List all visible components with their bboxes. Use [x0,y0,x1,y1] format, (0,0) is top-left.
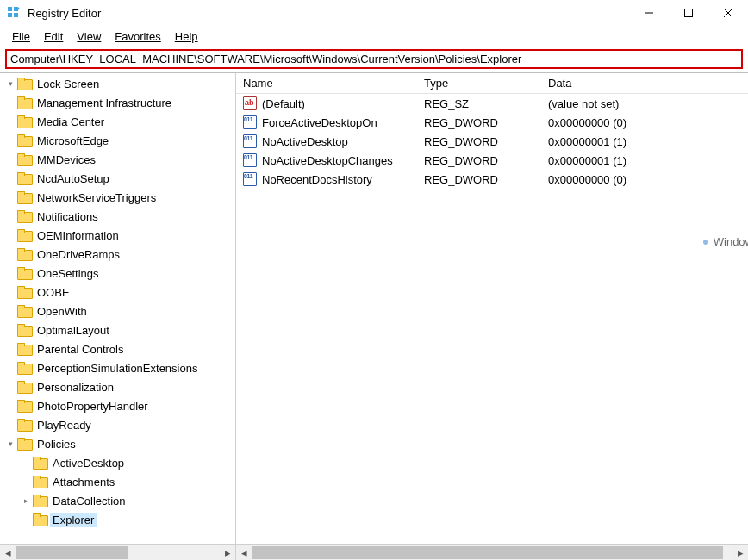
tree-item-label: OpenWith [34,304,90,319]
menu-file[interactable]: File [5,28,37,45]
window-title: Registry Editor [28,7,101,20]
tree-item[interactable]: ▸DataCollection [0,491,235,510]
tree-item[interactable]: Explorer [0,510,235,529]
tree-item[interactable]: PerceptionSimulationExtensions [0,358,235,377]
folder-icon [17,134,31,146]
tree-item[interactable]: Personalization [0,377,235,396]
tree-item[interactable]: ▾Lock Screen [0,74,235,93]
folder-icon [17,96,31,109]
tree-item-label: OptimalLayout [34,323,112,338]
tree-item-label: MMDevices [34,152,98,167]
tree-item[interactable]: ▾Policies [0,434,235,453]
scroll-thumb[interactable] [252,546,723,559]
col-header-name[interactable]: Name [236,77,417,90]
main-area: ▾Lock ScreenManagement InfrastructureMed… [0,72,748,560]
list-hscroll[interactable]: ◂ ▸ [236,544,748,560]
tree-item[interactable]: Parental Controls [0,339,235,358]
tree-item[interactable]: NcdAutoSetup [0,169,235,188]
menu-help[interactable]: Help [168,28,205,45]
value-type: REG_DWORD [417,154,541,167]
tree-item[interactable]: MicrosoftEdge [0,131,235,150]
address-bar-row [0,46,748,72]
dword-value-icon [243,134,257,148]
scroll-thumb[interactable] [16,546,128,559]
menu-view[interactable]: View [70,28,108,45]
tree-item-label: NcdAutoSetup [34,171,112,186]
tree-item-label: ActiveDesktop [50,456,127,470]
dword-value-icon [243,153,257,167]
tree-item[interactable]: OneSettings [0,264,235,283]
folder-icon [17,210,31,222]
tree-item-label: OOBE [34,285,72,300]
list-body[interactable]: (Default)REG_SZ(value not set)ForceActiv… [236,94,748,544]
scroll-left-button[interactable]: ◂ [236,545,252,560]
folder-icon [17,78,31,90]
list-row[interactable]: ForceActiveDesktopOnREG_DWORD0x00000000 … [236,113,748,132]
value-name: NoActiveDesktop [262,135,348,148]
folder-icon [17,229,31,241]
tree-item[interactable]: Management Infrastructure [0,93,235,112]
scroll-track[interactable] [252,545,732,560]
expander-icon[interactable]: ▾ [5,79,16,88]
folder-icon [17,286,31,298]
close-button[interactable] [708,0,748,26]
scroll-right-button[interactable]: ▸ [732,545,748,560]
folder-icon [33,457,47,469]
tree-item-label: MicrosoftEdge [34,134,111,148]
menu-favorites[interactable]: Favorites [108,28,167,45]
tree-item[interactable]: OptimalLayout [0,320,235,339]
value-type: REG_DWORD [417,116,541,129]
list-row[interactable]: NoActiveDesktopChangesREG_DWORD0x0000000… [236,151,748,170]
dword-value-icon [243,115,257,129]
expander-icon[interactable]: ▸ [21,496,31,505]
col-header-type[interactable]: Type [417,77,541,90]
folder-icon [17,381,31,393]
tree-item[interactable]: MMDevices [0,150,235,169]
tree-item-label: NetworkServiceTriggers [34,190,159,205]
folder-icon [17,324,31,336]
list-row[interactable]: NoRecentDocsHistoryREG_DWORD0x00000000 (… [236,170,748,189]
tree[interactable]: ▾Lock ScreenManagement InfrastructureMed… [0,73,235,544]
tree-item-label: OneSettings [34,266,102,281]
folder-icon [17,172,31,184]
tree-hscroll[interactable]: ◂ ▸ [0,544,235,560]
scroll-left-button[interactable]: ◂ [0,545,16,560]
scroll-track[interactable] [16,545,220,560]
tree-item[interactable]: Notifications [0,207,235,226]
col-header-data[interactable]: Data [541,77,748,90]
svg-rect-6 [685,9,693,17]
tree-item[interactable]: Media Center [0,112,235,131]
tree-item-label: Personalization [34,380,116,395]
titlebar: Registry Editor [0,0,748,27]
list-row[interactable]: NoActiveDesktopREG_DWORD0x00000001 (1) [236,132,748,151]
value-type: REG_SZ [417,97,541,110]
folder-icon [33,476,47,488]
tree-item-label: Explorer [50,513,97,527]
list-row[interactable]: (Default)REG_SZ(value not set) [236,94,748,113]
tree-item[interactable]: NetworkServiceTriggers [0,188,235,207]
tree-item[interactable]: PhotoPropertyHandler [0,396,235,415]
scroll-right-button[interactable]: ▸ [220,545,235,560]
tree-item[interactable]: ActiveDesktop [0,453,235,472]
menu-edit[interactable]: Edit [37,28,70,45]
value-data: 0x00000001 (1) [541,154,748,167]
tree-item[interactable]: PlayReady [0,415,235,434]
svg-point-4 [17,8,20,10]
tree-item[interactable]: Attachments [0,472,235,491]
minimize-button[interactable] [629,0,669,26]
tree-item[interactable]: OneDriveRamps [0,245,235,264]
tree-item-label: OEMInformation [34,228,122,243]
tree-pane: ▾Lock ScreenManagement InfrastructureMed… [0,73,236,560]
tree-item-label: Policies [34,437,78,451]
tree-item[interactable]: OEMInformation [0,226,235,245]
value-data: 0x00000000 (0) [541,173,748,186]
tree-item[interactable]: OOBE [0,283,235,302]
folder-icon [17,115,31,128]
address-input[interactable] [5,49,743,69]
svg-rect-0 [8,7,12,11]
tree-item-label: Lock Screen [34,77,102,91]
expander-icon[interactable]: ▾ [5,439,16,448]
maximize-button[interactable] [669,0,708,26]
folder-icon [17,343,31,355]
tree-item[interactable]: OpenWith [0,302,235,320]
